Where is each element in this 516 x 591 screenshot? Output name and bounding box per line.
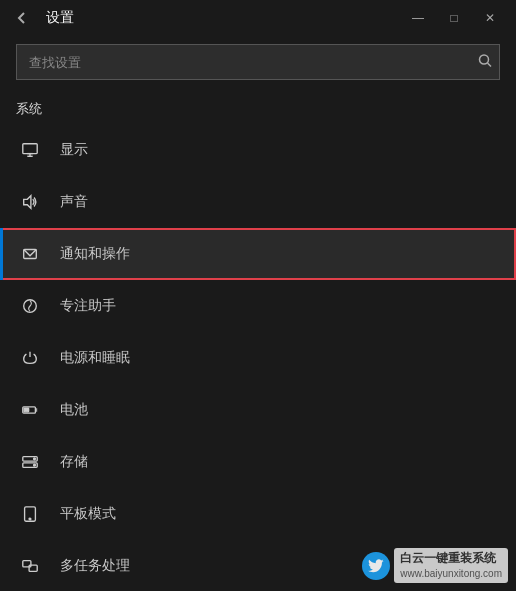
tablet-icon	[16, 500, 44, 528]
svg-point-16	[34, 458, 36, 460]
watermark-site-name: 白云一键重装系统	[400, 550, 502, 567]
sound-icon	[16, 188, 44, 216]
close-button[interactable]: ✕	[472, 4, 508, 32]
watermark-text-block: 白云一键重装系统 www.baiyunxitong.com	[394, 548, 508, 583]
menu-item-focus[interactable]: 专注助手	[0, 280, 516, 332]
back-button[interactable]	[8, 4, 36, 32]
svg-point-0	[480, 55, 489, 64]
section-header-system: 系统	[0, 92, 516, 124]
battery-label: 电池	[60, 401, 88, 419]
focus-label: 专注助手	[60, 297, 116, 315]
multitask-icon	[16, 552, 44, 580]
sound-label: 声音	[60, 193, 88, 211]
menu-item-storage[interactable]: 存储	[0, 436, 516, 488]
notifications-label: 通知和操作	[60, 245, 130, 263]
minimize-button[interactable]: —	[400, 4, 436, 32]
power-label: 电源和睡眠	[60, 349, 130, 367]
maximize-button[interactable]: □	[436, 4, 472, 32]
tablet-label: 平板模式	[60, 505, 116, 523]
active-indicator	[0, 228, 3, 280]
window-controls: — □ ✕	[400, 4, 508, 32]
storage-label: 存储	[60, 453, 88, 471]
display-label: 显示	[60, 141, 88, 159]
search-icon	[478, 54, 492, 71]
display-icon	[16, 136, 44, 164]
window-title: 设置	[46, 9, 74, 27]
menu-item-notifications[interactable]: 通知和操作	[0, 228, 516, 280]
watermark: 白云一键重装系统 www.baiyunxitong.com	[362, 548, 508, 583]
settings-content: 系统 显示	[0, 92, 516, 591]
watermark-bird-icon	[362, 552, 390, 580]
svg-point-19	[29, 518, 31, 520]
watermark-site-url: www.baiyunxitong.com	[400, 567, 502, 581]
search-container	[0, 36, 516, 92]
focus-icon	[16, 292, 44, 320]
menu-item-tablet[interactable]: 平板模式	[0, 488, 516, 540]
battery-icon	[16, 396, 44, 424]
menu-item-battery[interactable]: 电池	[0, 384, 516, 436]
menu-item-display[interactable]: 显示	[0, 124, 516, 176]
search-input[interactable]	[16, 44, 500, 80]
menu-item-power[interactable]: 电源和睡眠	[0, 332, 516, 384]
svg-rect-13	[24, 408, 29, 412]
svg-point-17	[34, 464, 36, 466]
svg-marker-6	[24, 196, 31, 209]
notifications-icon	[16, 240, 44, 268]
storage-icon	[16, 448, 44, 476]
svg-line-1	[488, 63, 492, 67]
search-bar	[16, 44, 500, 80]
menu-item-sound[interactable]: 声音	[0, 176, 516, 228]
multitask-label: 多任务处理	[60, 557, 130, 575]
power-icon	[16, 344, 44, 372]
title-bar: 设置 — □ ✕	[0, 0, 516, 36]
svg-rect-2	[23, 144, 37, 154]
